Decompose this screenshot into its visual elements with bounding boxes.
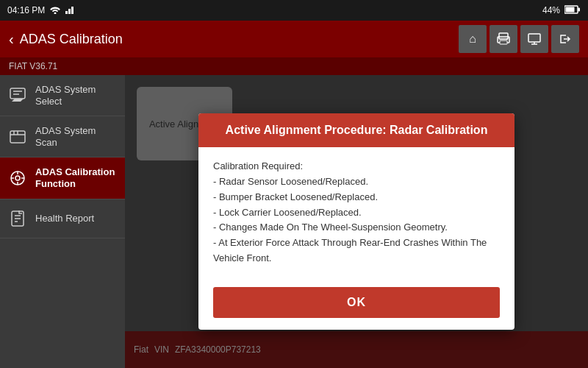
- status-bar: 04:16 PM 44%: [0, 0, 588, 21]
- logout-button[interactable]: [551, 25, 579, 53]
- status-right: 44%: [542, 5, 581, 16]
- modal-body: Calibration Required:- Radar Sensor Loos…: [198, 147, 514, 278]
- content-area: Active Alignment Fiat VIN ZFA3340000P737…: [125, 75, 588, 368]
- adas-scan-icon: [7, 127, 28, 147]
- modal-body-text: Calibration Required:- Radar Sensor Loos…: [213, 160, 487, 263]
- firmware-version: FIAT V36.71: [9, 61, 57, 71]
- monitor-button[interactable]: [520, 25, 548, 53]
- sidebar-item-adas-calibration-function[interactable]: ADAS Calibration Function: [0, 158, 125, 199]
- modal-header: Active Alignment Procedure: Radar Calibr…: [198, 113, 514, 147]
- battery-display: 44%: [542, 5, 560, 15]
- battery-icon: [564, 5, 581, 16]
- header-title: ADAS Calibration: [20, 32, 123, 47]
- modal-dialog: Active Alignment Procedure: Radar Calibr…: [198, 113, 514, 330]
- svg-rect-0: [65, 11, 68, 14]
- sidebar-item-adas-system-scan[interactable]: ADAS System Scan: [0, 116, 125, 158]
- svg-rect-6: [499, 33, 508, 39]
- header-left: ‹ ADAS Calibration: [9, 31, 123, 48]
- signal-icon: [65, 5, 76, 16]
- adas-calibration-icon: [7, 168, 28, 188]
- adas-select-icon: [7, 85, 28, 106]
- svg-rect-4: [578, 7, 581, 11]
- health-report-icon: [7, 208, 28, 229]
- svg-point-22: [15, 176, 20, 180]
- status-left: 04:16 PM: [7, 5, 76, 16]
- header: ‹ ADAS Calibration ⌂: [0, 21, 588, 57]
- svg-rect-11: [528, 34, 540, 42]
- print-button[interactable]: [490, 25, 517, 53]
- svg-rect-5: [566, 7, 575, 12]
- svg-rect-1: [68, 9, 71, 14]
- svg-rect-14: [10, 88, 25, 99]
- sidebar-label-health-report: Health Report: [35, 213, 94, 224]
- sidebar-label-adas-scan: ADAS System Scan: [35, 125, 118, 148]
- home-button[interactable]: ⌂: [459, 25, 487, 53]
- header-icons: ⌂: [459, 25, 579, 53]
- sidebar: ADAS System Select ADAS System Scan: [0, 75, 125, 368]
- modal-title: Active Alignment Procedure: Radar Calibr…: [226, 124, 488, 136]
- svg-rect-8: [500, 40, 507, 44]
- modal-overlay: Active Alignment Procedure: Radar Calibr…: [125, 75, 588, 368]
- sub-header: FIAT V36.71: [0, 57, 588, 75]
- sidebar-label-calibration: ADAS Calibration Function: [35, 166, 118, 189]
- wifi-icon: [49, 5, 61, 16]
- ok-button[interactable]: OK: [213, 287, 500, 318]
- main-layout: ADAS System Select ADAS System Scan: [0, 75, 588, 368]
- back-button[interactable]: ‹: [9, 31, 14, 48]
- sidebar-item-health-report[interactable]: Health Report: [0, 199, 125, 238]
- sidebar-item-adas-system-select[interactable]: ADAS System Select: [0, 75, 125, 116]
- time-display: 04:16 PM: [7, 5, 45, 15]
- sidebar-label-adas-select: ADAS System Select: [35, 84, 118, 107]
- modal-footer: OK: [198, 278, 514, 330]
- svg-point-10: [506, 38, 508, 40]
- svg-rect-2: [71, 7, 74, 14]
